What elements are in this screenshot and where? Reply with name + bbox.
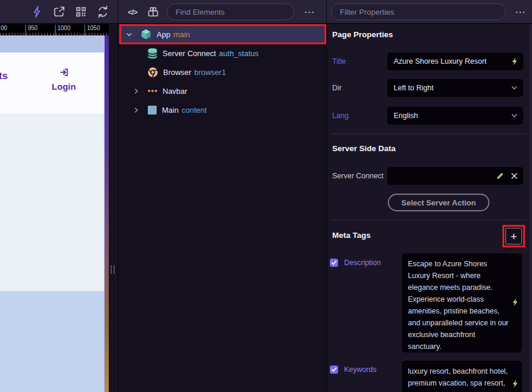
description-dynamic-lightning-icon[interactable] bbox=[512, 298, 518, 306]
server-connect-label: Server Connect bbox=[332, 172, 384, 180]
ruler-label: 00 bbox=[1, 25, 7, 31]
description-checkbox[interactable] bbox=[330, 259, 338, 267]
keywords-checkbox[interactable] bbox=[330, 365, 338, 374]
find-elements-input[interactable] bbox=[176, 8, 286, 17]
tree-item-navbar[interactable]: Navbar bbox=[119, 81, 326, 100]
keywords-label: Keywords bbox=[344, 365, 377, 374]
page-preview-canvas: ts Login bbox=[0, 35, 104, 392]
title-label: Title bbox=[332, 57, 346, 66]
tree-item-label: Browser bbox=[163, 68, 192, 77]
panel-gutter bbox=[109, 24, 118, 392]
share-export-icon[interactable] bbox=[52, 5, 66, 19]
description-value: Escape to Azure Shores Luxury Resort - w… bbox=[402, 253, 522, 357]
qr-code-icon[interactable] bbox=[74, 5, 88, 19]
keywords-value: luxury resort, beachfront hotel, premium… bbox=[402, 361, 522, 392]
tree-item-server-connect[interactable]: Server Connect auth_status bbox=[119, 44, 326, 63]
components-package-icon[interactable] bbox=[146, 5, 160, 19]
dir-selected-value: Left to Right bbox=[387, 84, 523, 92]
tree-item-id: main bbox=[173, 30, 190, 39]
filter-properties-search[interactable] bbox=[331, 4, 506, 20]
chevron-down-icon[interactable] bbox=[124, 30, 134, 39]
preview-scrollbar-gradient[interactable] bbox=[104, 35, 109, 392]
horizontal-ruler: 00 950 1000 1050 bbox=[0, 24, 109, 35]
top-toolbar: </> ··· ··· bbox=[0, 0, 532, 24]
ruler-label: 950 bbox=[25, 25, 38, 35]
lang-selected-value: English bbox=[387, 112, 523, 120]
check-icon bbox=[331, 260, 337, 266]
toolbar-left-group bbox=[0, 0, 118, 24]
tree-item-label: App bbox=[157, 30, 170, 39]
chevron-down-icon bbox=[511, 84, 518, 92]
chevron-down-icon bbox=[511, 112, 518, 119]
app-cube-icon bbox=[140, 28, 152, 40]
tree-item-id: content bbox=[181, 106, 207, 115]
section-divider bbox=[332, 133, 527, 134]
navbar-dots-icon bbox=[147, 86, 158, 96]
keywords-dynamic-lightning-icon[interactable] bbox=[512, 380, 518, 388]
filter-properties-input[interactable] bbox=[340, 8, 497, 17]
properties-scrollbar[interactable] bbox=[529, 24, 532, 392]
properties-panel: Page Properties Title Dir Left to Right … bbox=[327, 24, 532, 392]
clear-x-icon[interactable] bbox=[511, 172, 518, 179]
preview-footer-section bbox=[0, 291, 104, 392]
preview-content-section bbox=[0, 115, 104, 291]
app-structure-panel: App main Server Connect auth_status bbox=[119, 24, 327, 392]
server-connect-input-wrap bbox=[387, 167, 523, 185]
ruler-label: 1050 bbox=[85, 25, 100, 35]
preview-nav-item-partial[interactable]: ts bbox=[0, 70, 8, 82]
section-divider bbox=[332, 220, 527, 220]
preview-login-label: Login bbox=[50, 81, 78, 92]
ruler-label: 1000 bbox=[55, 25, 70, 35]
chevron-right-icon[interactable] bbox=[131, 86, 141, 96]
add-meta-tag-button[interactable]: + bbox=[505, 228, 522, 244]
tree-item-browser[interactable]: Browser browser1 bbox=[119, 63, 326, 81]
dir-label: Dir bbox=[332, 84, 342, 92]
description-label: Description bbox=[344, 259, 381, 267]
chevron-right-icon[interactable] bbox=[131, 105, 141, 115]
preview-login-link[interactable]: Login bbox=[50, 67, 78, 92]
edit-pencil-icon[interactable] bbox=[496, 172, 504, 180]
browser-chrome-icon bbox=[147, 67, 158, 78]
preview-header-band bbox=[0, 35, 104, 53]
properties-panel-menu-dots[interactable]: ··· bbox=[515, 7, 526, 17]
lang-label: Lang bbox=[332, 112, 349, 120]
preview-navbar: ts Login bbox=[0, 53, 104, 115]
dir-select[interactable]: Left to Right bbox=[387, 79, 523, 97]
database-icon bbox=[147, 48, 158, 59]
design-view-pane: 00 950 1000 1050 ts Login bbox=[0, 24, 118, 392]
select-server-action-button[interactable]: Select Server Action bbox=[388, 194, 489, 211]
find-elements-search[interactable] bbox=[167, 4, 294, 20]
tree-item-main-content[interactable]: Main content bbox=[119, 100, 326, 119]
keywords-textarea[interactable]: luxury resort, beachfront hotel, premium… bbox=[402, 361, 522, 392]
title-input[interactable] bbox=[387, 57, 523, 66]
toolbar-structure-group: </> ··· bbox=[119, 0, 327, 24]
refresh-sync-icon[interactable] bbox=[96, 5, 110, 19]
code-view-icon[interactable]: </> bbox=[125, 5, 140, 19]
tree-item-label: Navbar bbox=[163, 87, 187, 96]
tree-item-app-main[interactable]: App main bbox=[119, 25, 326, 44]
lang-select[interactable]: English bbox=[387, 107, 523, 125]
structure-panel-menu-dots[interactable]: ··· bbox=[304, 7, 315, 17]
dynamic-data-lightning-icon[interactable] bbox=[30, 5, 44, 19]
description-textarea[interactable]: Escape to Azure Shores Luxury Resort - w… bbox=[402, 253, 522, 352]
title-dynamic-lightning-icon[interactable] bbox=[511, 57, 518, 66]
title-input-wrap bbox=[387, 53, 523, 70]
panel-resize-handle[interactable] bbox=[111, 265, 115, 274]
server-side-data-heading: Server Side Data bbox=[332, 144, 395, 153]
tree-item-label: Server Connect bbox=[163, 49, 216, 58]
tree-item-id: browser1 bbox=[194, 68, 226, 77]
meta-tags-heading: Meta Tags bbox=[332, 231, 371, 240]
check-icon bbox=[331, 367, 337, 373]
wappler-ide-window: </> ··· ··· 00 950 bbox=[0, 0, 532, 392]
login-box-arrow-icon bbox=[59, 67, 69, 77]
tree-item-id: auth_status bbox=[219, 49, 258, 58]
chevron-spacer bbox=[131, 48, 141, 58]
chevron-spacer bbox=[131, 67, 141, 77]
tree-item-label: Main bbox=[162, 106, 179, 115]
container-square-icon bbox=[147, 105, 157, 115]
toolbar-properties-group: ··· bbox=[327, 0, 532, 24]
page-properties-heading: Page Properties bbox=[332, 30, 393, 39]
